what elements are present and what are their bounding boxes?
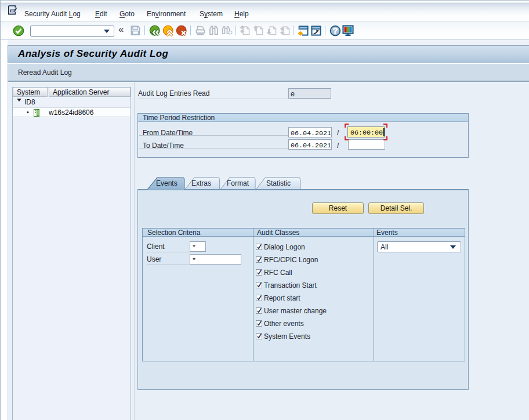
svg-text:?: ? <box>333 26 338 35</box>
